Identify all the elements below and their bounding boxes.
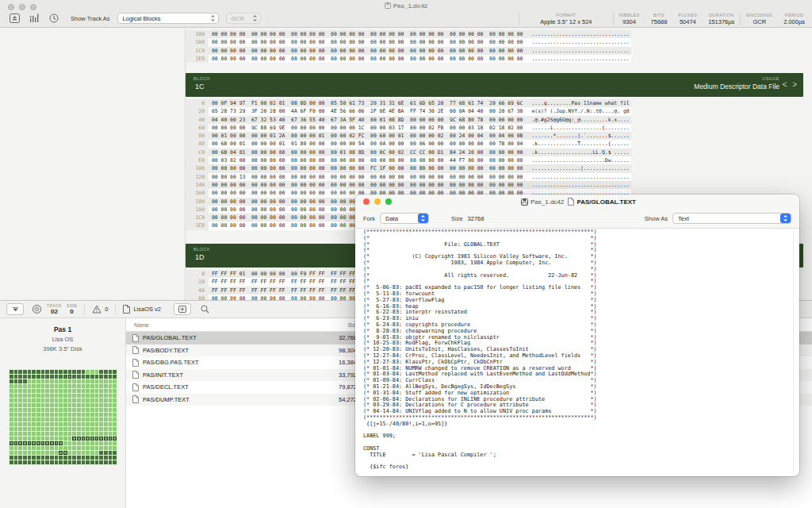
disk-block-cell[interactable] — [68, 418, 72, 421]
disk-block-cell[interactable] — [63, 370, 67, 374]
disk-block-cell[interactable] — [41, 394, 45, 398]
disk-block-cell[interactable] — [77, 422, 81, 426]
disk-block-cell[interactable] — [90, 441, 94, 445]
disk-block-cell[interactable] — [95, 370, 99, 374]
disk-block-cell[interactable] — [18, 403, 22, 407]
disk-block-cell[interactable] — [86, 384, 90, 388]
disk-block-cell[interactable] — [109, 394, 113, 398]
disk-block-cell[interactable] — [113, 413, 117, 417]
disk-block-cell[interactable] — [86, 398, 90, 402]
disk-block-cell[interactable] — [10, 379, 13, 383]
disk-block-cell[interactable] — [95, 408, 99, 412]
disk-block-cell[interactable] — [59, 437, 63, 441]
disk-block-cell[interactable] — [28, 446, 32, 450]
disk-block-cell[interactable] — [55, 375, 59, 379]
disk-block-cell[interactable] — [68, 427, 72, 431]
disk-block-cell[interactable] — [41, 375, 45, 379]
disk-block-cell[interactable] — [59, 408, 63, 412]
disk-block-cell[interactable] — [36, 408, 40, 412]
disk-block-cell[interactable] — [63, 375, 67, 379]
disk-block-cell[interactable] — [50, 379, 54, 383]
disk-block-cell[interactable] — [95, 427, 99, 431]
disk-block-cell[interactable] — [99, 389, 103, 393]
disk-block-cell[interactable] — [113, 432, 117, 436]
disk-block-cell[interactable] — [86, 460, 90, 464]
timing-clock-icon[interactable] — [48, 13, 60, 24]
disk-block-cell[interactable] — [14, 422, 18, 426]
disk-block-cell[interactable] — [72, 370, 76, 374]
disk-block-cell[interactable] — [95, 432, 99, 436]
disk-block-cell[interactable] — [90, 456, 94, 460]
disk-block-cell[interactable] — [68, 394, 72, 398]
disk-block-cell[interactable] — [55, 370, 59, 374]
disk-block-cell[interactable] — [72, 389, 76, 393]
disk-block-cell[interactable] — [50, 432, 54, 436]
disk-block-cell[interactable] — [95, 422, 99, 426]
disk-block-cell[interactable] — [63, 432, 67, 436]
disk-block-cell[interactable] — [68, 403, 72, 407]
disk-block-cell[interactable] — [113, 384, 117, 388]
disk-block-cell[interactable] — [104, 413, 108, 417]
disk-block-cell[interactable] — [23, 418, 27, 421]
disk-block-cell[interactable] — [23, 427, 27, 431]
disk-block-cell[interactable] — [23, 413, 27, 417]
import-icon[interactable] — [8, 13, 21, 24]
disk-block-cell[interactable] — [10, 389, 13, 393]
disk-block-cell[interactable] — [14, 460, 18, 464]
disk-block-cell[interactable] — [45, 432, 49, 436]
disk-block-cell[interactable] — [50, 418, 54, 421]
disk-block-cell[interactable] — [10, 370, 13, 374]
disk-block-cell[interactable] — [23, 398, 27, 402]
track-view-popup[interactable]: Logical Blocks — [117, 13, 219, 24]
disk-block-cell[interactable] — [104, 370, 108, 374]
disk-block-cell[interactable] — [41, 460, 45, 464]
disk-block-cell[interactable] — [95, 394, 99, 398]
disk-block-cell[interactable] — [18, 370, 22, 374]
disk-block-cell[interactable] — [36, 460, 40, 464]
disk-block-cell[interactable] — [104, 403, 108, 407]
disk-block-cell[interactable] — [32, 394, 36, 398]
disk-block-cell[interactable] — [86, 375, 90, 379]
disk-block-cell[interactable] — [72, 456, 76, 460]
disk-block-cell[interactable] — [104, 379, 108, 383]
disk-block-cell[interactable] — [10, 394, 13, 398]
disk-block-cell[interactable] — [72, 427, 76, 431]
disk-block-cell[interactable] — [32, 408, 36, 412]
disk-block-cell[interactable] — [63, 379, 67, 383]
disk-block-cell[interactable] — [18, 408, 22, 412]
disk-block-cell[interactable] — [90, 432, 94, 436]
disk-block-cell[interactable] — [10, 451, 13, 455]
disk-block-cell[interactable] — [18, 456, 22, 460]
disk-block-cell[interactable] — [82, 398, 86, 402]
disk-block-cell[interactable] — [82, 422, 86, 426]
disk-block-cell[interactable] — [72, 394, 76, 398]
disk-block-cell[interactable] — [90, 370, 94, 374]
disk-block-cell[interactable] — [95, 418, 99, 421]
disk-block-cell[interactable] — [82, 437, 86, 441]
disk-block-cell[interactable] — [82, 384, 86, 388]
disk-block-cell[interactable] — [68, 389, 72, 393]
disk-block-cell[interactable] — [63, 437, 67, 441]
disk-block-cell[interactable] — [36, 456, 40, 460]
disk-block-cell[interactable] — [77, 418, 81, 421]
disk-block-cell[interactable] — [77, 441, 81, 445]
disk-block-cell[interactable] — [90, 422, 94, 426]
disk-block-cell[interactable] — [99, 456, 103, 460]
disk-block-cell[interactable] — [18, 432, 22, 436]
disk-block-cell[interactable] — [50, 456, 54, 460]
disk-block-cell[interactable] — [14, 408, 18, 412]
disk-block-cell[interactable] — [63, 422, 67, 426]
disk-block-cell[interactable] — [32, 432, 36, 436]
disk-block-cell[interactable] — [68, 413, 72, 417]
disk-block-cell[interactable] — [18, 389, 22, 393]
disk-block-cell[interactable] — [36, 398, 40, 402]
disk-block-cell[interactable] — [59, 398, 63, 402]
disk-block-cell[interactable] — [95, 460, 99, 464]
disk-block-cell[interactable] — [59, 418, 63, 421]
disk-block-cell[interactable] — [77, 370, 81, 374]
disk-block-cell[interactable] — [59, 394, 63, 398]
disk-block-cell[interactable] — [113, 456, 117, 460]
disk-block-cell[interactable] — [45, 408, 49, 412]
disk-block-cell[interactable] — [41, 441, 45, 445]
disk-block-cell[interactable] — [86, 446, 90, 450]
